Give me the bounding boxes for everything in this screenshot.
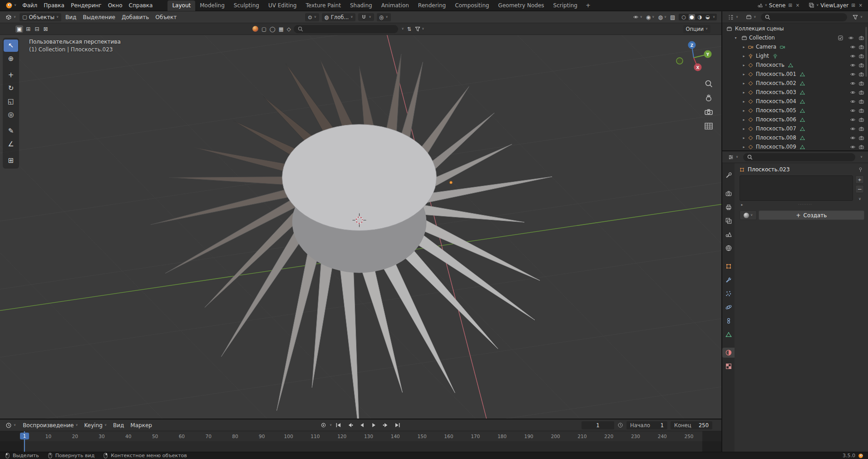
- outliner-object-row[interactable]: ▸ Плоскость.007: [722, 124, 868, 133]
- render-visibility-toggle[interactable]: [857, 99, 866, 105]
- workspace-tab[interactable]: Texture Paint: [301, 0, 345, 11]
- hide-eye-toggle[interactable]: [848, 62, 857, 68]
- frame-start-field[interactable]: Начало1: [626, 421, 667, 429]
- xray-toggle[interactable]: ▨: [670, 14, 675, 20]
- hide-eye-toggle[interactable]: [848, 99, 857, 105]
- remove-viewlayer-button[interactable]: ×: [858, 3, 863, 8]
- hide-eye-toggle[interactable]: [848, 53, 857, 59]
- properties-options-dropdown[interactable]: ∨: [858, 155, 865, 160]
- expand-icon[interactable]: ▸: [741, 136, 746, 140]
- timeline-body[interactable]: 1020304050607080901001101201301401501601…: [0, 431, 721, 452]
- material-slot-list[interactable]: [740, 175, 853, 201]
- navigation-gizmo[interactable]: Z Y X: [675, 39, 713, 77]
- hide-eye-toggle[interactable]: [848, 108, 857, 114]
- next-keyframe-button[interactable]: [380, 421, 391, 429]
- create-material-button[interactable]: + Создать: [759, 210, 864, 220]
- outliner-object-row[interactable]: ▸ Плоскость.005: [722, 106, 868, 115]
- viewport-menu-item[interactable]: Объект: [152, 13, 180, 22]
- shading-wireframe-button[interactable]: ○: [681, 14, 687, 20]
- tab-output[interactable]: [722, 202, 735, 212]
- axis-neg-y-dot[interactable]: [676, 58, 683, 64]
- transform-orientation-dropdown[interactable]: ◍ Глоб... ∨: [322, 13, 356, 21]
- object-name[interactable]: Плоскость.004: [756, 98, 796, 105]
- tab-scene[interactable]: [722, 230, 735, 239]
- expand-icon[interactable]: ▸: [741, 90, 746, 95]
- outliner-object-row[interactable]: ▸ Плоскость: [722, 60, 868, 70]
- pan-button[interactable]: [704, 93, 714, 103]
- select-mode-difference[interactable]: ⊠: [42, 25, 49, 33]
- display-solid-icon[interactable]: ▢: [261, 26, 266, 32]
- viewport-3d[interactable]: Пользовательская перспектива (1) Collect…: [0, 35, 721, 419]
- scene-collection-row[interactable]: Коллекция сцены: [722, 24, 868, 33]
- outliner-object-row[interactable]: ▸ Плоскость.009: [722, 142, 868, 150]
- workspace-tab[interactable]: Compositing: [450, 0, 493, 11]
- expand-icon[interactable]: ▸: [741, 100, 746, 104]
- menubar-item[interactable]: Справка: [126, 1, 156, 10]
- display-grid-icon[interactable]: ▦: [279, 26, 284, 32]
- hide-eye-toggle[interactable]: [848, 44, 857, 50]
- tab-constraints[interactable]: [722, 316, 735, 326]
- render-visibility-toggle[interactable]: [857, 90, 866, 95]
- tool-button[interactable]: ↖: [4, 40, 18, 52]
- tool-button[interactable]: ◱: [4, 95, 18, 108]
- object-name[interactable]: Плоскость.003: [756, 89, 796, 95]
- snapping-dropdown[interactable]: ∨: [358, 13, 374, 21]
- workspace-tab[interactable]: Sculpting: [229, 0, 264, 11]
- object-name[interactable]: Плоскость.002: [756, 80, 796, 86]
- outliner-object-row[interactable]: ▸ Camera: [722, 42, 868, 51]
- outliner-object-row[interactable]: ▸ Light: [722, 51, 868, 60]
- render-visibility-toggle[interactable]: [857, 80, 866, 86]
- object-name[interactable]: Плоскость.008: [756, 135, 796, 141]
- timeline-menu-item[interactable]: Воспроизведение∨: [20, 421, 81, 430]
- matcap-ball-icon[interactable]: [252, 26, 258, 32]
- tab-physics[interactable]: [722, 302, 735, 312]
- expand-icon[interactable]: ▸: [741, 127, 746, 131]
- tool-button[interactable]: ⊕: [4, 53, 18, 65]
- timeline-menu-item[interactable]: Keying∨: [81, 421, 110, 430]
- outliner-editor-type-button[interactable]: ∨: [725, 13, 741, 21]
- expand-icon[interactable]: ▸: [741, 81, 746, 85]
- tool-button[interactable]: +: [4, 69, 18, 81]
- play-button[interactable]: [368, 421, 379, 429]
- tab-world[interactable]: [722, 243, 735, 253]
- tab-particles[interactable]: [722, 289, 735, 299]
- outliner-object-row[interactable]: ▸ Плоскость.003: [722, 88, 868, 97]
- expand-icon[interactable]: ▸: [740, 203, 745, 207]
- hide-eye-toggle[interactable]: [848, 144, 857, 150]
- shading-rendered-button[interactable]: ◒: [705, 14, 711, 20]
- pivot-point-dropdown[interactable]: ⊙∨: [305, 13, 319, 21]
- expand-icon[interactable]: ▸: [741, 63, 746, 67]
- jump-end-button[interactable]: [392, 421, 403, 429]
- workspace-tab[interactable]: Geometry Nodes: [493, 0, 548, 11]
- properties-search-input[interactable]: [743, 153, 855, 161]
- object-name[interactable]: Плоскость.006: [756, 116, 796, 123]
- chevron-down-icon[interactable]: ∨: [330, 424, 332, 427]
- gizmos-toggle[interactable]: ◉∨: [646, 14, 655, 20]
- shading-solid-button[interactable]: ●: [689, 14, 695, 20]
- scene-selector[interactable]: ∨ Scene ⊞ ×: [757, 2, 801, 9]
- outliner-object-row[interactable]: ▸ Плоскость.006: [722, 115, 868, 124]
- options-dropdown[interactable]: Опции∨: [683, 25, 710, 33]
- viewport-menu-item[interactable]: Добавить: [118, 13, 152, 22]
- render-visibility-toggle[interactable]: [857, 35, 866, 41]
- timeline-menu-item[interactable]: Маркер∨: [127, 421, 155, 430]
- expand-icon[interactable]: ▸: [741, 54, 746, 58]
- prev-keyframe-button[interactable]: [345, 421, 355, 429]
- active-object-name[interactable]: Плоскость.023: [748, 166, 790, 173]
- object-name[interactable]: Плоскость.005: [756, 107, 796, 114]
- camera-view-button[interactable]: [704, 107, 714, 117]
- drag-grip-icon[interactable]: ········: [746, 202, 864, 207]
- current-frame-badge[interactable]: 1: [20, 433, 29, 439]
- outliner-object-row[interactable]: ▸ Плоскость.008: [722, 133, 868, 142]
- hide-eye-toggle[interactable]: [848, 135, 857, 141]
- render-visibility-toggle[interactable]: [857, 53, 866, 59]
- render-visibility-toggle[interactable]: [857, 62, 866, 68]
- hide-eye-toggle[interactable]: [847, 35, 855, 41]
- viewport-menu-item[interactable]: Вид: [62, 13, 79, 22]
- workspace-tab[interactable]: Modeling: [195, 0, 229, 11]
- object-name[interactable]: Плоскость: [756, 62, 784, 68]
- workspace-tab[interactable]: Rendering: [414, 0, 450, 11]
- tab-object[interactable]: [722, 261, 735, 271]
- render-visibility-toggle[interactable]: [857, 117, 866, 123]
- viewport-menu-item[interactable]: Выделение: [79, 13, 118, 22]
